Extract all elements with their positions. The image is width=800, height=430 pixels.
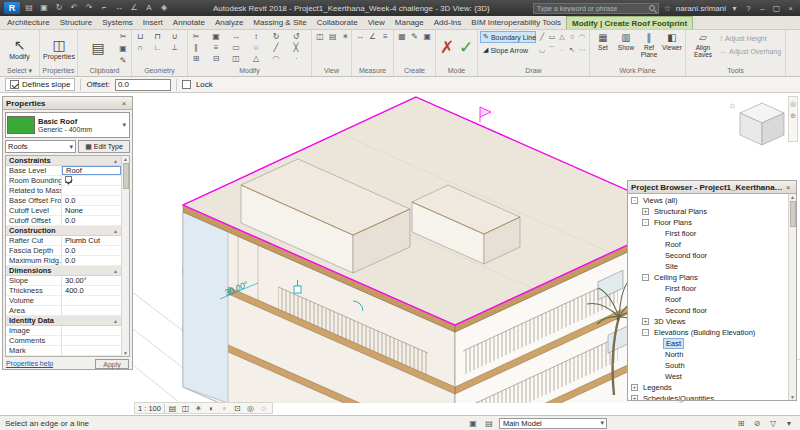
navigation-bar[interactable]: ◎ ⊕ [788, 96, 798, 142]
viewcube[interactable]: ⌂ [730, 101, 784, 145]
wall-join-icon[interactable]: ⊥ [169, 42, 181, 53]
property-row-comments[interactable]: Comments [6, 336, 121, 346]
visual-style-icon[interactable]: ◫ [180, 404, 191, 413]
tree-item-3d-views[interactable]: +3D Views [628, 316, 788, 327]
collapse-icon[interactable]: ▲ [113, 226, 118, 235]
pin-icon[interactable]: ╱ [270, 42, 282, 53]
tree-item-south[interactable]: South [628, 360, 788, 371]
paste-button[interactable]: ▤ [87, 31, 109, 65]
cancel-edit-mode-button[interactable]: ✗ [438, 31, 456, 65]
edit-type-button[interactable]: ▦ Edit Type [78, 140, 130, 153]
design-options-icon[interactable]: ▤ [483, 419, 495, 428]
boundary-line-button[interactable]: ✎ Boundary Line [480, 31, 536, 43]
expander-icon[interactable]: - [642, 329, 649, 336]
lock-checkbox[interactable] [182, 80, 191, 89]
tree-item-floor-plans[interactable]: -Floor Plans [628, 217, 788, 228]
property-row-cutoff-level[interactable]: Cutoff LevelNone [6, 206, 121, 216]
tree-item-legends[interactable]: +Legends [628, 382, 788, 393]
join-icon[interactable]: ∪ [169, 31, 181, 42]
tree-item-west[interactable]: West [628, 371, 788, 382]
property-group-construction[interactable]: Construction▲ [6, 226, 121, 236]
property-row-thickness[interactable]: Thickness400.0 [6, 286, 121, 296]
dimension-tool-icon[interactable]: ≡ [379, 31, 391, 42]
delete-icon[interactable]: ⊞ [190, 53, 202, 64]
selection-toggle-icon[interactable]: ▾ [783, 419, 795, 428]
properties-help-link[interactable]: Properties help [6, 360, 53, 367]
tab-manage[interactable]: Manage [390, 16, 429, 29]
more-modify-icon[interactable]: ∙ [290, 53, 302, 64]
draw-line-icon[interactable]: ╱ [537, 31, 547, 43]
default-3d-view-icon[interactable]: ◈ [158, 1, 170, 15]
ref-plane-button[interactable]: ∥ Ref Plane [638, 31, 660, 58]
mirror-icon[interactable]: ↺ [290, 31, 302, 42]
view-scale[interactable]: 1 : 100 [138, 404, 165, 413]
tab-modify-create-roof-footprint[interactable]: Modify | Create Roof Footprint [566, 16, 693, 29]
tree-item-east[interactable]: East [628, 338, 788, 349]
apply-button[interactable]: Apply [95, 359, 129, 369]
finish-edit-mode-button[interactable]: ✓ [457, 31, 475, 65]
tree-item-site[interactable]: Site [628, 261, 788, 272]
search-icon[interactable] [649, 5, 655, 11]
sync-icon[interactable]: ↻ [53, 1, 65, 15]
star-icon[interactable]: ☆ [662, 4, 673, 13]
browser-scrollbar[interactable]: ▲ ▼ [788, 194, 796, 400]
property-row-mark[interactable]: Mark [6, 346, 121, 356]
properties-palette-header[interactable]: Properties × [3, 97, 132, 110]
tree-item-schedules[interactable]: +Schedules/Quantities [628, 393, 788, 400]
open-icon[interactable]: ▤ [23, 1, 35, 15]
move-icon[interactable]: ↔ [230, 31, 242, 42]
tab-massing-site[interactable]: Massing & Site [248, 16, 311, 29]
align-eaves-button[interactable]: ▱ Align Eaves [688, 31, 718, 58]
copy-icon[interactable]: ▣ [117, 43, 129, 54]
save-icon[interactable]: ▣ [38, 1, 50, 15]
filter-icon[interactable]: ▽ [767, 419, 779, 428]
scale-icon[interactable]: ○ [250, 42, 262, 53]
cut-icon[interactable]: ✂ [117, 31, 129, 42]
expander-icon[interactable]: + [642, 208, 649, 215]
tab-view[interactable]: View [363, 16, 390, 29]
property-row-room-bounding[interactable]: Room Bounding [6, 176, 121, 186]
scroll-down-icon[interactable]: ▼ [790, 394, 795, 400]
tab-systems[interactable]: Systems [97, 16, 138, 29]
property-group-identity-data[interactable]: Identity Data▲ [6, 316, 121, 326]
viewer-button[interactable]: ◧ Viewer [661, 31, 683, 58]
unpin-icon[interactable]: ╳ [290, 42, 302, 53]
visibility-icon[interactable]: ◫ [314, 31, 326, 42]
property-row-image[interactable]: Image [6, 326, 121, 336]
minimize-button[interactable]: – [757, 4, 768, 13]
property-row-base-offset[interactable]: Base Offset Fro...0.0 [6, 196, 121, 206]
project-browser-header[interactable]: Project Browser - Project1_Keerthana_We.… [628, 181, 796, 194]
editable-only-icon[interactable]: ⊘ [751, 419, 763, 428]
measure-icon[interactable]: ↔ [113, 1, 125, 15]
copy-modify-icon[interactable]: ▣ [210, 31, 222, 42]
show-crop-icon[interactable]: ⊡ [232, 404, 243, 413]
property-row-volume[interactable]: Volume [6, 296, 121, 306]
pick-lines-icon[interactable]: ↖ [567, 44, 577, 56]
hide-icon[interactable]: ☀ [339, 31, 351, 42]
room-bounding-checkbox[interactable] [65, 176, 72, 183]
extend-icon[interactable]: ⊟ [210, 53, 222, 64]
override-icon[interactable]: ▤ [327, 31, 339, 42]
detail-level-icon[interactable]: ▤ [167, 404, 178, 413]
zoom-icon[interactable]: ⊕ [790, 112, 796, 120]
expander-icon[interactable]: + [631, 395, 638, 400]
expander-icon[interactable]: - [642, 274, 649, 281]
draw-point-icon[interactable]: ∙ [557, 44, 567, 56]
property-row-rafter-cut[interactable]: Rafter CutPlumb Cut [6, 236, 121, 246]
tree-item-ceiling-second-floor[interactable]: Second floor [628, 305, 788, 316]
shadows-icon[interactable]: ◐ [206, 404, 217, 413]
tree-item-elevations[interactable]: -Elevations (Building Elevation) [628, 327, 788, 338]
tree-item-north[interactable]: North [628, 349, 788, 360]
collapse-icon[interactable]: ▲ [113, 156, 118, 165]
offset-input[interactable] [115, 79, 171, 91]
close-icon[interactable]: × [783, 183, 793, 192]
match-type-icon[interactable]: ✎ [117, 55, 129, 66]
property-row-related-to-mass[interactable]: Related to Mass [6, 186, 121, 196]
crop-view-icon[interactable]: ▫ [219, 404, 230, 413]
scroll-up-icon[interactable]: ▲ [123, 156, 128, 162]
align-icon[interactable]: ∥ [190, 42, 202, 53]
tree-item-roof[interactable]: Roof [628, 239, 788, 250]
user-caret-icon[interactable]: ▾ [729, 4, 740, 13]
exclude-options-icon[interactable]: ⊞ [735, 419, 747, 428]
sun-path-icon[interactable]: ☀ [193, 404, 204, 413]
